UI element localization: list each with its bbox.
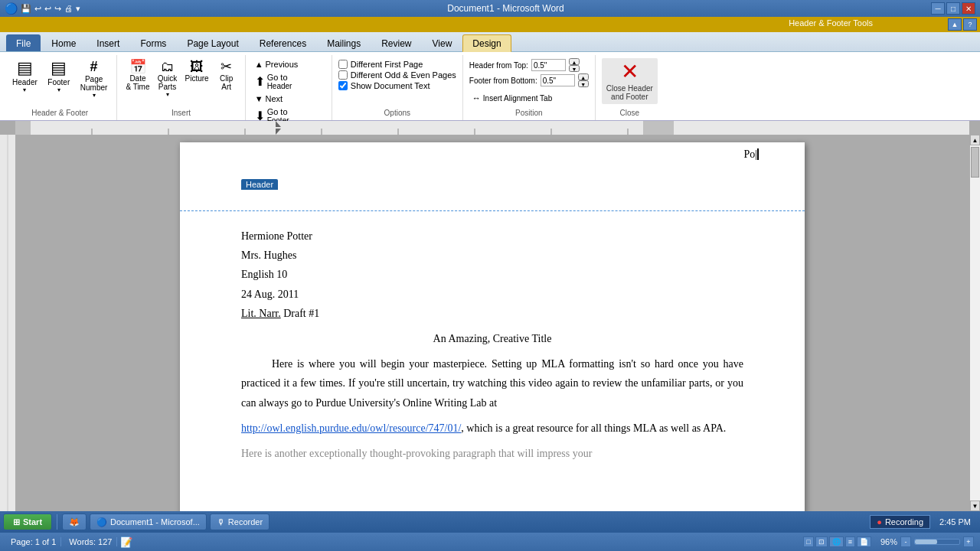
design-tab-banner: Header & Footer Tools: [773, 17, 888, 29]
close-button[interactable]: ✕: [962, 2, 975, 15]
scroll-up-arrow[interactable]: ▲: [970, 135, 980, 145]
insert-alignment-tab-button[interactable]: ↔ Insert Alignment Tab: [469, 92, 589, 104]
different-odd-checkbox[interactable]: [338, 70, 348, 80]
page-number-dropdown-arrow[interactable]: ▾: [93, 92, 96, 99]
show-document-text-option[interactable]: Show Document Text: [338, 81, 456, 90]
full-screen-btn[interactable]: ⊡: [815, 536, 828, 547]
word-taskbar-button[interactable]: 🔵 Document1 - Microsof...: [90, 514, 207, 530]
scroll-thumb[interactable]: [971, 147, 979, 178]
page-number-btn-label: PageNumber: [80, 75, 108, 92]
next-nav-button[interactable]: ▼ Next: [252, 93, 325, 105]
picture-label: Picture: [185, 74, 209, 83]
tab-references[interactable]: References: [250, 34, 316, 51]
quick-parts-icon: 🗂: [161, 60, 175, 73]
quick-access-extra[interactable]: ▾: [76, 4, 80, 14]
scroll-down-arrow[interactable]: ▼: [970, 500, 980, 511]
windows-logo: ⊞: [13, 517, 20, 527]
tab-mailings[interactable]: Mailings: [317, 34, 371, 51]
tab-review[interactable]: Review: [371, 34, 421, 51]
class-line: English 10: [241, 265, 743, 284]
zoom-in-btn[interactable]: +: [963, 536, 974, 547]
footer-dropdown-arrow[interactable]: ▾: [57, 86, 60, 93]
picture-button[interactable]: 🖼 Picture: [183, 58, 211, 84]
header-from-top-input[interactable]: [531, 59, 566, 71]
tab-home[interactable]: Home: [41, 34, 86, 51]
help-button[interactable]: ?: [963, 18, 977, 31]
browser-button[interactable]: 🦊: [62, 514, 87, 530]
header-dropdown-arrow[interactable]: ▾: [23, 86, 26, 93]
v-ruler-svg: [0, 135, 15, 511]
assignment-text: Lit. Narr.: [241, 308, 281, 319]
tab-insert[interactable]: Insert: [87, 34, 129, 51]
draft-view-btn[interactable]: 📄: [857, 536, 871, 547]
go-to-header-label-container: Go to Header: [267, 73, 292, 90]
minimize-button[interactable]: ─: [931, 2, 945, 15]
date-line: 24 Aug. 2011: [241, 285, 743, 304]
footer-bottom-increment[interactable]: ▲: [578, 73, 589, 80]
taskbar: ⊞ Start 🦊 🔵 Document1 - Microsof... 🎙 Re…: [0, 511, 980, 533]
header-from-top-label: Header from Top:: [469, 61, 528, 70]
different-odd-option[interactable]: Different Odd & Even Pages: [338, 70, 456, 80]
previous-nav-button[interactable]: ▲ Previous: [252, 58, 325, 70]
quick-access-undo[interactable]: ↩: [34, 4, 41, 14]
header-button[interactable]: ▤ Header ▾: [9, 58, 41, 95]
quick-access-save[interactable]: 💾: [21, 4, 31, 14]
assignment-line: Lit. Narr. Draft #1: [241, 304, 743, 323]
quick-access-print[interactable]: 🖨: [64, 4, 73, 13]
header-btn-label: Header: [12, 78, 38, 86]
word-icon: 🔵: [5, 2, 18, 15]
quick-parts-button[interactable]: 🗂 QuickParts ▾: [155, 58, 180, 99]
vertical-scrollbar[interactable]: ▲ ▼: [969, 135, 980, 511]
print-layout-btn[interactable]: □: [803, 536, 813, 547]
document-body[interactable]: Hermione Potter Mrs. Hughes English 10 2…: [180, 211, 805, 478]
quick-access-undo2[interactable]: ↩: [44, 4, 51, 14]
footer-from-bottom-input[interactable]: [541, 74, 575, 86]
vertical-ruler: [0, 135, 15, 511]
title-bar-controls: ─ □ ✕: [931, 2, 975, 15]
link-line: http://owl.english.purdue.edu/owl/resour…: [241, 419, 743, 438]
main-area: Po| Header Hermione Potter Mrs. Hughes E…: [0, 135, 980, 511]
page-number-icon: #: [90, 60, 98, 73]
header-sublabel: Header: [267, 82, 292, 90]
header-top-decrement[interactable]: ▼: [569, 65, 580, 72]
tab-design[interactable]: Design: [462, 34, 511, 52]
clip-art-button[interactable]: ✂ ClipArt: [214, 58, 239, 93]
purdue-link[interactable]: http://owl.english.purdue.edu/owl/resour…: [241, 422, 461, 434]
date-time-button[interactable]: 📅 Date& Time: [123, 58, 152, 93]
restore-button[interactable]: □: [946, 2, 960, 15]
ribbon-collapse-btn[interactable]: ▲: [948, 18, 962, 31]
ribbon-group-insert: 📅 Date& Time 🗂 QuickParts ▾ 🖼 Picture ✂ …: [117, 55, 245, 120]
close-header-footer-button[interactable]: ✕ Close Headerand Footer: [602, 58, 658, 104]
teacher: Mrs. Hughes: [241, 249, 296, 261]
tab-forms[interactable]: Forms: [130, 34, 176, 51]
tab-view[interactable]: View: [423, 34, 462, 51]
different-first-label: Different First Page: [351, 60, 423, 69]
web-layout-btn[interactable]: 🌐: [829, 536, 844, 547]
scroll-track: [970, 178, 980, 500]
start-button[interactable]: ⊞ Start: [3, 514, 52, 530]
header-area[interactable]: Header: [180, 173, 805, 211]
footer-from-bottom-item: Footer from Bottom: ▲ ▼: [469, 73, 589, 87]
zoom-slider-track[interactable]: [914, 539, 960, 545]
different-first-checkbox[interactable]: [338, 60, 348, 69]
quick-access-redo[interactable]: ↪: [54, 4, 61, 14]
footer-button[interactable]: ▤ Footer ▾: [44, 58, 74, 95]
recorder-taskbar-button[interactable]: 🎙 Recorder: [210, 514, 270, 530]
outline-view-btn[interactable]: ≡: [845, 536, 855, 547]
zoom-out-btn[interactable]: -: [900, 536, 911, 547]
scroll-area[interactable]: Po| Header Hermione Potter Mrs. Hughes E…: [15, 135, 969, 511]
show-document-text-checkbox[interactable]: [338, 81, 348, 90]
go-to-header-button[interactable]: ⬆ Go to Header: [252, 71, 325, 92]
page-number-button[interactable]: # PageNumber ▾: [77, 58, 111, 100]
different-first-option[interactable]: Different First Page: [338, 60, 456, 69]
header-top-increment[interactable]: ▲: [569, 58, 580, 65]
tab-page-layout[interactable]: Page Layout: [177, 34, 248, 51]
ribbon-tabs: File Home Insert Forms Page Layout Refer…: [0, 32, 980, 52]
start-label: Start: [23, 517, 42, 527]
spell-check-icon[interactable]: 📝: [120, 536, 132, 548]
picture-icon: 🖼: [190, 60, 204, 73]
footer-bottom-decrement[interactable]: ▼: [578, 80, 589, 87]
quick-parts-arrow[interactable]: ▾: [166, 91, 169, 98]
tab-file[interactable]: File: [6, 34, 41, 51]
zoom-controls: 96% - +: [880, 536, 974, 547]
